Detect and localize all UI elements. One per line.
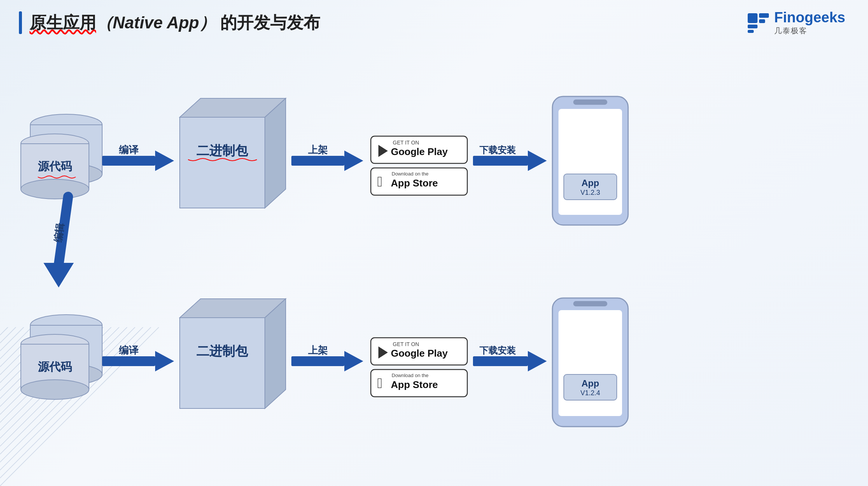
svg-text:下载安装: 下载安装 [479,345,516,356]
svg-line-7 [0,327,103,430]
svg-rect-50 [473,156,528,166]
svg-line-16 [0,327,32,359]
svg-text:源代码: 源代码 [38,360,72,373]
svg-text:源代码: 源代码 [38,160,72,172]
svg-line-17 [0,327,24,351]
svg-text:上架: 上架 [308,144,328,155]
svg-line-2 [0,327,143,470]
svg-rect-26 [30,125,102,174]
logo-subtitle: 几泰极客 [774,26,845,36]
svg-text:App Store: App Store [391,177,438,189]
svg-marker-88 [528,351,547,371]
logo-text: Finogeeks 几泰极客 [774,9,845,36]
title-prefix: 原生应用 [30,13,96,32]
svg-rect-20 [748,13,758,23]
svg-rect-46 [371,168,467,195]
svg-line-0 [0,327,159,486]
svg-point-65 [21,334,89,354]
title-bar-accent [19,11,22,34]
svg-rect-90 [552,298,628,427]
svg-rect-54 [573,99,607,105]
svg-line-3 [0,327,135,462]
svg-rect-23 [748,25,758,28]
svg-text:编辑: 编辑 [52,222,66,244]
svg-point-30 [21,179,89,199]
svg-line-14 [0,327,48,375]
svg-marker-35 [180,117,265,208]
svg-point-27 [30,163,102,185]
svg-marker-60 [44,263,74,287]
svg-rect-39 [291,156,344,166]
svg-point-67 [21,380,89,399]
svg-rect-21 [759,13,769,18]
svg-text:编译: 编译 [119,345,139,356]
logo: Finogeeks 几泰极客 [747,9,845,36]
svg-line-18 [0,327,16,343]
svg-line-9 [0,327,87,415]
svg-marker-73 [180,299,286,318]
svg-line-5 [0,327,119,446]
svg-rect-63 [30,325,102,374]
svg-rect-91 [573,301,607,306]
svg-text::  [377,375,383,391]
svg-marker-74 [265,299,286,408]
svg-marker-77 [344,351,363,371]
svg-rect-42 [371,136,467,163]
svg-text:App: App [582,178,599,188]
svg-line-6 [0,327,111,438]
svg-rect-66 [21,344,89,390]
svg-text:Download on the: Download on the [392,171,429,177]
title-native: （Native App） [96,13,216,32]
svg-point-62 [30,315,102,336]
logo-name: Finogeeks [774,9,845,26]
header: 原生应用（Native App） 的开发与发布 [19,11,320,34]
svg-marker-51 [528,151,547,171]
svg-text:GET IT ON: GET IT ON [393,140,419,146]
svg-marker-72 [180,318,265,408]
svg-text:App: App [582,378,599,388]
svg-line-59 [59,197,68,265]
svg-text:二进制包: 二进制包 [196,344,248,358]
svg-marker-33 [155,151,174,171]
svg-line-13 [0,327,56,383]
svg-line-1 [0,327,151,478]
svg-line-4 [0,327,127,454]
svg-text:Google Play: Google Play [391,146,448,157]
svg-rect-69 [102,356,155,366]
title-suffix: 的开发与发布 [216,13,320,32]
svg-line-19 [0,327,8,335]
svg-line-8 [0,327,95,422]
svg-rect-87 [473,356,528,366]
svg-rect-55 [558,109,622,215]
svg-rect-83 [371,370,467,397]
svg-text:V1.2.4: V1.2.4 [580,389,600,397]
svg-point-64 [30,364,102,385]
page-title: 原生应用（Native App） 的开发与发布 [30,12,320,34]
svg-text:二进制包: 二进制包 [196,143,248,158]
svg-text:上架: 上架 [308,345,328,356]
svg-line-11 [0,327,72,399]
svg-point-28 [21,134,89,154]
svg-marker-70 [155,351,174,371]
svg-marker-40 [344,151,363,171]
svg-text:V1.2.3: V1.2.3 [580,189,600,196]
svg-rect-32 [102,156,155,166]
svg-rect-22 [759,19,765,23]
svg-rect-92 [558,310,622,416]
svg-text:App Store: App Store [391,379,438,390]
svg-rect-24 [748,30,754,33]
svg-line-10 [0,327,79,407]
svg-text::  [377,174,383,189]
svg-rect-56 [564,174,617,200]
svg-text:GET IT ON: GET IT ON [393,341,419,347]
svg-rect-79 [371,338,467,365]
svg-text:Download on the: Download on the [392,373,429,378]
svg-marker-80 [378,346,388,359]
svg-rect-93 [564,374,617,400]
svg-rect-29 [21,144,89,189]
svg-text:下载安装: 下载安装 [479,145,516,155]
svg-rect-76 [291,356,344,366]
svg-marker-36 [180,98,286,117]
svg-text:编译: 编译 [119,144,139,155]
svg-text:Google Play: Google Play [391,348,448,359]
